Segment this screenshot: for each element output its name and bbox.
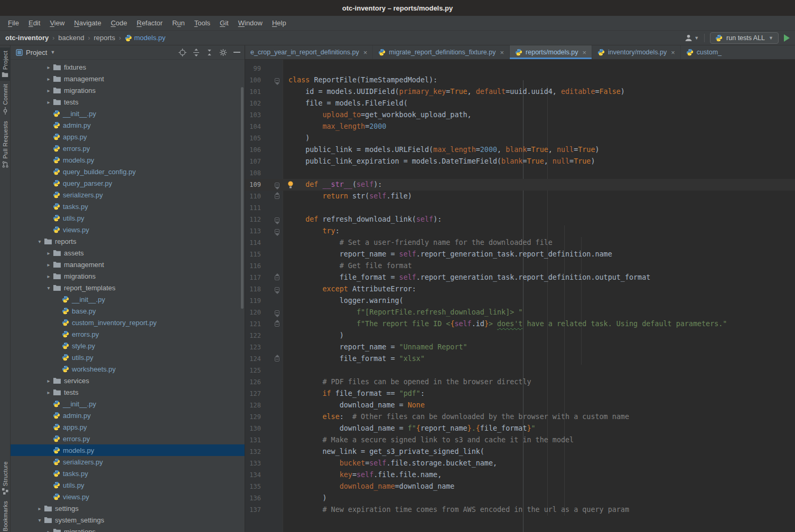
- run-button[interactable]: [784, 34, 790, 42]
- tree-row-apps-py[interactable]: apps.py: [11, 131, 245, 142]
- code-line-121[interactable]: 121 f"The report file ID <{self.id}> doe…: [245, 318, 795, 330]
- settings-icon[interactable]: [219, 49, 227, 56]
- tree-row-serializers-py[interactable]: serializers.py: [11, 189, 245, 201]
- editor-tab-e-crop-year-in-report-definitions-py[interactable]: e_crop_year_in_report_definitions.py×: [245, 45, 373, 59]
- tree-row-views-py[interactable]: views.py: [11, 491, 245, 502]
- tree-row-views-py[interactable]: views.py: [11, 224, 245, 235]
- code-line-124[interactable]: 124 file_format = "xlsx": [245, 353, 795, 365]
- code-editor[interactable]: 99100class ReportFile(TimeStampedModel):…: [245, 60, 795, 532]
- chevron-right-icon[interactable]: ▸: [44, 250, 53, 256]
- tree-row-admin-py[interactable]: admin.py: [11, 410, 245, 421]
- user-menu-button[interactable]: ▼: [685, 34, 699, 42]
- tree-row-migrations[interactable]: ▸migrations: [11, 84, 245, 96]
- code-line-110[interactable]: 110 return str(self.file): [245, 191, 795, 202]
- code-line-112[interactable]: 112 def refresh_download_link(self):: [245, 214, 795, 225]
- chevron-down-icon[interactable]: ▾: [35, 239, 44, 244]
- code-line-129[interactable]: 129 else: # Other files can be downloade…: [245, 411, 795, 423]
- menu-item-file[interactable]: File: [3, 16, 24, 31]
- tree-row-errors-py[interactable]: errors.py: [11, 142, 245, 154]
- fold-marker-icon[interactable]: [275, 78, 279, 83]
- tree-row-migrations[interactable]: ▸migrations: [11, 270, 245, 282]
- fold-marker-icon[interactable]: [275, 310, 279, 315]
- menu-item-run[interactable]: Run: [167, 16, 190, 31]
- stripe-button-structure[interactable]: Structure: [0, 458, 11, 498]
- tree-row-style-py[interactable]: style.py: [11, 340, 245, 352]
- code-line-115[interactable]: 115 report_name = self.report_generation…: [245, 249, 795, 260]
- breadcrumb-item[interactable]: reports: [94, 34, 115, 42]
- menu-item-tools[interactable]: Tools: [190, 16, 215, 31]
- tree-row-base-py[interactable]: base.py: [11, 305, 245, 317]
- tree-row-errors-py[interactable]: errors.py: [11, 433, 245, 444]
- code-line-113[interactable]: 113 try:: [245, 225, 795, 237]
- tree-row-services[interactable]: ▸services: [11, 375, 245, 386]
- chevron-right-icon[interactable]: ▸: [35, 506, 44, 511]
- tree-row-fixtures[interactable]: ▸fixtures: [11, 61, 245, 73]
- tree-row-admin-py[interactable]: admin.py: [11, 119, 245, 131]
- stripe-button-pull-requests[interactable]: Pull Requests: [0, 118, 11, 171]
- chevron-down-icon[interactable]: ▾: [35, 517, 44, 523]
- code-line-108[interactable]: 108: [245, 167, 795, 179]
- tree-row-settings[interactable]: ▸settings: [11, 502, 245, 514]
- tree-row-tests[interactable]: ▸tests: [11, 96, 245, 108]
- tree-row-system_settings[interactable]: ▾system_settings: [11, 514, 245, 526]
- menu-item-refactor[interactable]: Refactor: [132, 16, 167, 31]
- tab-close-icon[interactable]: ×: [671, 49, 675, 56]
- code-line-122[interactable]: 122 ): [245, 330, 795, 341]
- code-line-99[interactable]: 99: [245, 63, 795, 74]
- hide-icon[interactable]: [233, 51, 240, 53]
- code-line-125[interactable]: 125: [245, 365, 795, 376]
- code-line-132[interactable]: 132 new_link = get_s3_private_signed_lin…: [245, 446, 795, 458]
- tree-row-query_builder_config-py[interactable]: query_builder_config.py: [11, 166, 245, 177]
- chevron-right-icon[interactable]: ▸: [44, 262, 53, 268]
- fold-marker-icon[interactable]: [275, 276, 279, 280]
- code-line-120[interactable]: 120 f"[ReportFile.refresh_download_link]…: [245, 307, 795, 318]
- code-line-135[interactable]: 135 download_name=download_name: [245, 481, 795, 492]
- menu-item-code[interactable]: Code: [106, 16, 132, 31]
- code-line-116[interactable]: 116 # Get file format: [245, 260, 795, 272]
- code-line-103[interactable]: 103 upload_to=get_workbook_upload_path,: [245, 109, 795, 121]
- tree-row-utils-py[interactable]: utils.py: [11, 479, 245, 491]
- expand-all-icon[interactable]: [193, 49, 200, 56]
- chevron-right-icon[interactable]: ▸: [44, 76, 53, 82]
- code-line-105[interactable]: 105 ): [245, 132, 795, 144]
- fold-marker-icon[interactable]: [275, 357, 279, 362]
- tree-row-query_parser-py[interactable]: query_parser.py: [11, 177, 245, 189]
- code-line-111[interactable]: 111: [245, 202, 795, 214]
- code-line-137[interactable]: 137 # New expiration time comes from AWS…: [245, 504, 795, 516]
- stripe-button-bookmarks[interactable]: Bookmarks: [0, 498, 11, 532]
- fold-marker-icon[interactable]: [275, 322, 279, 327]
- code-line-133[interactable]: 133 bucket=self.file.storage.bucket_name…: [245, 458, 795, 469]
- code-line-117[interactable]: 117 file_format = self.report_generation…: [245, 272, 795, 283]
- tree-row-apps-py[interactable]: apps.py: [11, 421, 245, 433]
- tree-row-models-py[interactable]: models.py: [11, 444, 245, 456]
- tab-close-icon[interactable]: ×: [582, 49, 586, 56]
- code-line-100[interactable]: 100class ReportFile(TimeStampedModel):: [245, 74, 795, 86]
- code-line-114[interactable]: 114 # Set a user-friendly name for the d…: [245, 237, 795, 249]
- project-panel-title[interactable]: Project: [26, 49, 47, 56]
- fold-marker-icon[interactable]: [275, 183, 279, 187]
- chevron-right-icon[interactable]: ▸: [44, 529, 53, 532]
- breadcrumb-item[interactable]: otc-inventory: [5, 34, 49, 42]
- fold-marker-icon[interactable]: [275, 287, 279, 292]
- collapse-all-icon[interactable]: [206, 49, 213, 56]
- menu-item-help[interactable]: Help: [267, 16, 291, 31]
- tree-row-reports[interactable]: ▾reports: [11, 235, 245, 247]
- chevron-right-icon[interactable]: ▸: [44, 378, 53, 384]
- menu-item-navigate[interactable]: Navigate: [69, 16, 106, 31]
- tree-row-utils-py[interactable]: utils.py: [11, 352, 245, 363]
- editor-tab-migrate-report-definitions-fixture-py[interactable]: migrate_report_definitions_fixture.py×: [373, 45, 510, 59]
- run-configuration-select[interactable]: run tests ALL ▼: [710, 32, 779, 44]
- fold-marker-icon[interactable]: [275, 229, 279, 234]
- code-line-134[interactable]: 134 key=self.file.file.name,: [245, 469, 795, 481]
- code-line-127[interactable]: 127 if file_format == "pdf":: [245, 388, 795, 400]
- menu-item-edit[interactable]: Edit: [24, 16, 45, 31]
- tree-row-tasks-py[interactable]: tasks.py: [11, 468, 245, 479]
- tab-close-icon[interactable]: ×: [363, 49, 368, 56]
- code-line-109[interactable]: 109 def __str__(self):: [245, 179, 795, 191]
- fold-marker-icon[interactable]: [275, 194, 279, 199]
- chevron-right-icon[interactable]: ▸: [44, 273, 53, 279]
- tree-row-errors-py[interactable]: errors.py: [11, 328, 245, 340]
- stripe-button-commit[interactable]: Commit: [0, 81, 11, 118]
- code-line-130[interactable]: 130 download_name = f"{report_name}.{fil…: [245, 423, 795, 434]
- intention-bulb-icon[interactable]: [287, 181, 294, 188]
